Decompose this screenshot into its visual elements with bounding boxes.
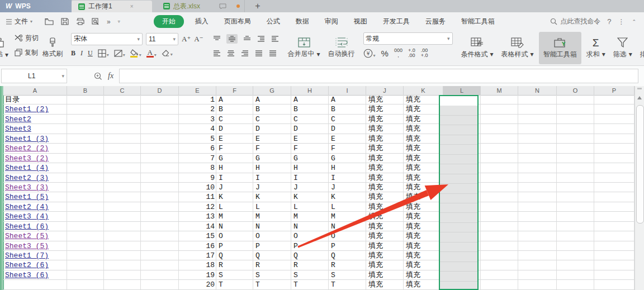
align-middle-icon[interactable] <box>228 35 236 42</box>
cell-H8[interactable]: H <box>291 163 329 173</box>
column-header-G[interactable]: G <box>253 86 291 96</box>
cell-D14[interactable] <box>141 222 179 231</box>
print-icon[interactable] <box>76 18 84 25</box>
cell-J16[interactable]: 填充 <box>366 241 404 251</box>
cell-E6[interactable]: 6 <box>179 144 216 153</box>
cell-D13[interactable] <box>141 212 179 221</box>
cell-A9[interactable]: Sheet2 (3) <box>3 173 67 183</box>
cell-F11[interactable]: K <box>216 192 253 202</box>
cell-C10[interactable] <box>104 183 141 192</box>
cell-H4[interactable]: D <box>291 124 329 134</box>
cell-G15[interactable]: O <box>253 231 291 241</box>
cell-A4[interactable]: Sheet3 <box>3 124 67 134</box>
cell-D19[interactable] <box>141 270 179 280</box>
cell-K1[interactable]: 填充 <box>404 95 443 104</box>
vertical-scrollbar[interactable] <box>634 86 644 290</box>
distributed-icon[interactable] <box>268 50 277 57</box>
cell-E13[interactable]: 13 <box>179 212 216 221</box>
cell-H12[interactable]: L <box>291 202 329 212</box>
cell-P6[interactable] <box>594 144 634 153</box>
cell-C3[interactable] <box>104 115 141 124</box>
cell-C7[interactable] <box>104 154 141 163</box>
cell-F7[interactable]: G <box>216 154 253 163</box>
cell-P15[interactable] <box>594 231 634 241</box>
cell-N20[interactable] <box>518 280 557 289</box>
cell-I14[interactable]: N <box>329 222 366 231</box>
column-header-M[interactable]: M <box>481 86 518 96</box>
justify-icon[interactable] <box>254 50 263 57</box>
increase-decimal-button[interactable]: +.0.00 <box>408 48 415 58</box>
cell-K19[interactable]: 填充 <box>404 270 443 280</box>
cell-O11[interactable] <box>557 192 594 202</box>
cell-M6[interactable] <box>481 144 518 153</box>
cell-N10[interactable] <box>518 183 557 192</box>
cell-I5[interactable]: E <box>329 134 366 144</box>
cell-N6[interactable] <box>518 144 557 153</box>
customize-toolbar-icon[interactable]: ▿ <box>118 19 120 24</box>
cell-F12[interactable]: L <box>216 202 253 212</box>
cell-K5[interactable]: 填充 <box>404 134 443 144</box>
cell-E12[interactable]: 12 <box>179 202 216 212</box>
cell-H17[interactable]: Q <box>291 251 329 260</box>
cell-F18[interactable]: R <box>216 260 253 270</box>
cell-C20[interactable] <box>104 280 141 289</box>
column-header-K[interactable]: K <box>404 86 443 96</box>
decrease-indent-icon[interactable] <box>257 35 266 42</box>
cell-G9[interactable]: I <box>253 173 291 183</box>
cell-O4[interactable] <box>557 124 594 134</box>
cell-N4[interactable] <box>518 124 557 134</box>
column-header-J[interactable]: J <box>366 86 404 96</box>
cell-H2[interactable]: B <box>291 104 329 114</box>
sum-button[interactable]: Σ 求和▾ <box>583 31 609 65</box>
column-header-N[interactable]: N <box>518 86 557 96</box>
cell-H10[interactable]: J <box>291 183 329 192</box>
cell-P16[interactable] <box>594 241 634 251</box>
cell-F8[interactable]: H <box>216 163 253 173</box>
cell-D3[interactable] <box>141 115 179 124</box>
cell-H19[interactable]: S <box>291 270 329 280</box>
cell-E19[interactable]: 19 <box>179 270 216 280</box>
cell-B5[interactable] <box>67 134 104 144</box>
decrease-decimal-button[interactable]: .00+.0 <box>421 48 428 58</box>
cell-N5[interactable] <box>518 134 557 144</box>
cell-O7[interactable] <box>557 154 594 163</box>
column-header-L[interactable]: L <box>443 86 481 96</box>
grow-font-button[interactable]: A⁺ <box>182 35 191 44</box>
cell-J8[interactable]: 填充 <box>366 163 404 173</box>
merge-center-button[interactable]: 合并居中▾ <box>284 31 324 65</box>
cell-O18[interactable] <box>557 260 594 270</box>
help-icon[interactable]: ? <box>607 17 611 26</box>
sort-button[interactable]: AZ 排序▾ <box>636 31 644 65</box>
cell-K15[interactable]: 填充 <box>404 231 443 241</box>
borders-button[interactable]: ▾ <box>98 49 109 58</box>
cell-C12[interactable] <box>104 202 141 212</box>
column-header-F[interactable]: F <box>216 86 253 96</box>
cell-B9[interactable] <box>67 173 104 183</box>
cell-I20[interactable]: T <box>329 280 366 289</box>
cell-C11[interactable] <box>104 192 141 202</box>
cell-E2[interactable]: 2 <box>179 104 216 114</box>
cell-G3[interactable]: C <box>253 115 291 124</box>
name-box-dropdown-icon[interactable]: ▾ <box>61 73 67 79</box>
cell-M3[interactable] <box>481 115 518 124</box>
new-tab-button[interactable]: + <box>244 0 271 12</box>
cell-A5[interactable]: Sheet1 (3) <box>3 134 67 144</box>
cell-J9[interactable]: 填充 <box>366 173 404 183</box>
command-search[interactable]: 点此查找命令 <box>550 17 600 26</box>
cell-H11[interactable]: K <box>291 192 329 202</box>
cell-M5[interactable] <box>481 134 518 144</box>
document-tab-zongbiao[interactable]: 总表.xlsx <box>157 0 233 12</box>
cell-O16[interactable] <box>557 241 594 251</box>
ribbon-tab-插入[interactable]: 插入 <box>187 15 216 28</box>
cell-G7[interactable]: G <box>253 154 291 163</box>
cell-G14[interactable]: N <box>253 222 291 231</box>
cell-I7[interactable]: G <box>329 154 366 163</box>
cell-M10[interactable] <box>481 183 518 192</box>
cell-B16[interactable] <box>67 241 104 251</box>
cell-B2[interactable] <box>67 104 104 114</box>
cell-F20[interactable]: T <box>216 280 253 289</box>
cell-B11[interactable] <box>67 192 104 202</box>
cell-O5[interactable] <box>557 134 594 144</box>
cell-F4[interactable]: D <box>216 124 253 134</box>
cell-A16[interactable]: Sheet3 (5) <box>3 241 67 251</box>
